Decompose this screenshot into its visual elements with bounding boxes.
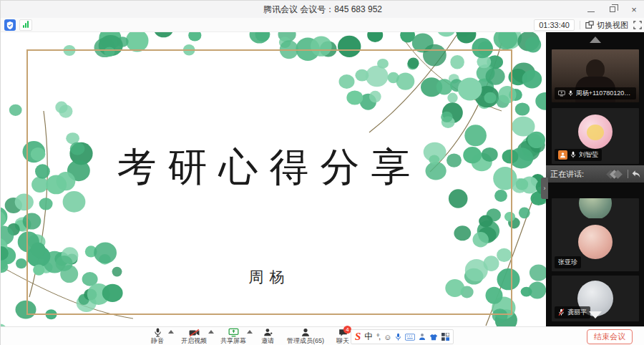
speaking-now-bar: 正在讲话: [546, 165, 644, 183]
ime-toolbox-icon[interactable] [441, 333, 449, 341]
invite-button[interactable]: 邀请 [253, 328, 283, 345]
manage-members-button[interactable]: 管理成员(65) [283, 328, 328, 345]
meeting-logo-icon [608, 171, 621, 178]
switch-view-icon [585, 21, 594, 29]
invite-label: 邀请 [261, 337, 274, 344]
speaking-now-label: 正在讲话: [550, 169, 608, 180]
restore-icon [610, 6, 615, 12]
window-title: 腾讯会议 会议号：845 683 952 [1, 4, 580, 16]
participants-sidebar: 周杨+110780120400... 刘智莹 朱曼琳 正在讲话: [546, 32, 644, 326]
mute-options-caret[interactable] [168, 330, 174, 334]
start-video-button[interactable]: 开启视频 [174, 328, 214, 345]
end-meeting-button[interactable]: 结束会议 [587, 329, 633, 344]
chevron-down-icon [589, 311, 602, 319]
fullscreen-icon [633, 21, 642, 29]
mic-icon [154, 328, 162, 337]
participant-name-tag: 张亚珍 [555, 256, 581, 268]
meeting-timer: 01:33:40 [534, 19, 575, 31]
fullscreen-button[interactable] [633, 21, 642, 29]
switch-view-button[interactable]: 切换视图 [585, 20, 628, 31]
mute-label: 静音 [151, 337, 164, 344]
divider [580, 21, 580, 29]
shared-screen-area: 考研心得分享 周杨 [1, 32, 546, 326]
restore-button[interactable] [602, 1, 623, 18]
avatar [578, 115, 613, 149]
avatar [579, 198, 612, 220]
status-strip: 01:33:40 切换视图 [1, 18, 644, 32]
ime-voice-icon[interactable] [395, 333, 401, 341]
share-screen-label: 共享屏幕 [220, 337, 246, 344]
share-screen-button[interactable]: 共享屏幕 [214, 328, 253, 345]
ime-toolbar: S 中 °, ☺ [351, 329, 454, 344]
participant-video-tile[interactable]: 周杨+110780120400... [552, 49, 639, 102]
avatar [578, 225, 613, 259]
participant-name-tag: 刘智莹 [555, 149, 602, 161]
minimize-button[interactable] [580, 1, 602, 18]
participant-name: 刘智莹 [579, 150, 598, 160]
window-titlebar: 腾讯会议 会议号：845 683 952 × [1, 1, 644, 18]
host-badge-icon [558, 150, 567, 160]
close-button[interactable]: × [623, 1, 644, 18]
sidebar-collapse-handle[interactable]: › [541, 178, 548, 199]
ime-keyboard-icon[interactable] [405, 334, 415, 341]
manage-members-label: 管理成员(65) [287, 337, 324, 344]
mic-on-icon [570, 151, 576, 159]
participant-tile[interactable]: 张亚珍 [552, 218, 639, 271]
video-options-caret[interactable] [208, 330, 214, 334]
back-arrow-icon[interactable] [631, 170, 640, 178]
participant-name-tag: 周杨+110780120400... [555, 87, 636, 99]
chevron-up-icon [590, 37, 601, 43]
slide-title: 考研心得分享 [26, 141, 512, 194]
scroll-up-button[interactable] [546, 37, 644, 43]
share-options-caret[interactable] [247, 330, 253, 334]
ime-mode-toggle[interactable]: 中 [364, 331, 373, 343]
invite-person-icon [263, 328, 273, 337]
participant-name: 周杨+110780120400... [576, 89, 633, 98]
ime-emoji-button[interactable]: ☺ [384, 333, 391, 341]
security-shield-icon[interactable] [4, 19, 16, 31]
sogou-logo-icon[interactable]: S [355, 331, 361, 342]
participant-name: 张亚珍 [558, 258, 577, 267]
participant-tile[interactable]: 刘智莹 [552, 108, 639, 164]
ime-person-icon[interactable] [419, 333, 426, 341]
slide-author: 周杨 [26, 267, 512, 287]
meeting-window: 腾讯会议 会议号：845 683 952 × 01:33:40 切换视图 [0, 0, 644, 345]
network-signal-icon[interactable] [19, 19, 32, 31]
switch-view-label: 切换视图 [597, 20, 628, 31]
meeting-toolbar: 静音 开启视频 共享屏幕 邀请 管理成员(65) [1, 326, 644, 345]
scroll-down-button[interactable] [546, 311, 644, 319]
ime-skin-icon[interactable] [429, 334, 438, 341]
mic-on-icon [568, 89, 573, 97]
mute-button[interactable]: 静音 [141, 328, 174, 345]
ime-punctuation-toggle[interactable]: °, [376, 333, 380, 341]
chat-label: 聊天 [336, 337, 349, 344]
person-icon [301, 328, 310, 337]
camera-off-icon [189, 329, 200, 337]
screen-share-icon [558, 90, 565, 97]
share-screen-icon [228, 328, 239, 337]
divider [628, 170, 628, 178]
start-video-label: 开启视频 [181, 337, 207, 344]
minimize-icon [587, 11, 595, 12]
